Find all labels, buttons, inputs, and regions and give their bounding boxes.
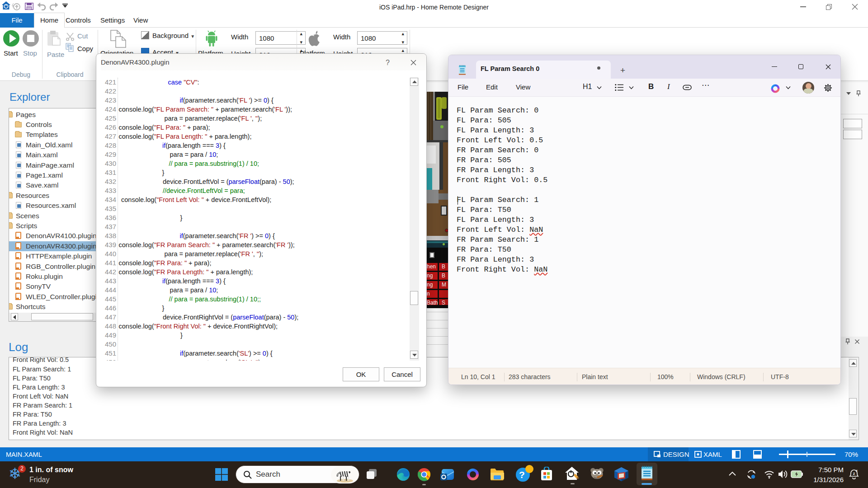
svg-text:z: z [853,471,855,476]
svg-text:z: z [856,469,858,473]
